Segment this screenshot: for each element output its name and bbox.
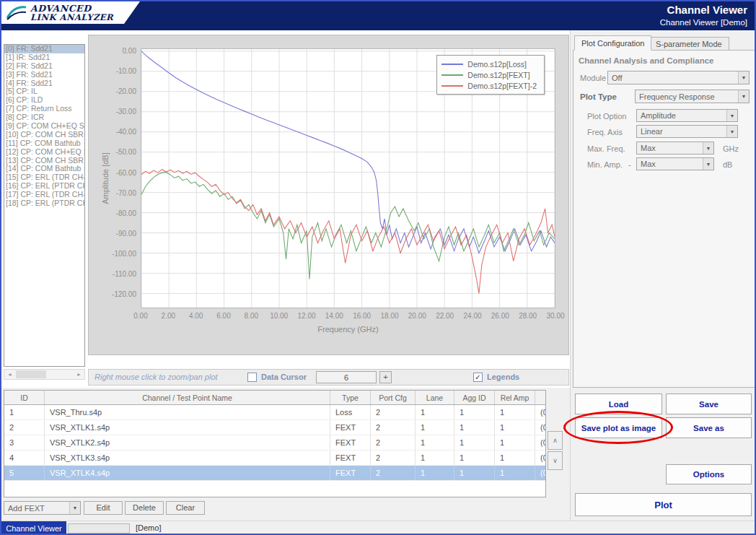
column-header[interactable]: [535, 391, 546, 404]
channel-list-item[interactable]: [4] FR: Sdd21: [4, 79, 84, 88]
channel-list-item[interactable]: [9] CP: COM CH+EQ SB: [4, 122, 84, 131]
channel-list-scrollbar[interactable]: ◄ ►: [4, 369, 85, 380]
table-cell: 1: [454, 405, 495, 419]
freq-axis-select[interactable]: Linear ▼: [636, 125, 738, 138]
channel-list-item[interactable]: [16] CP: ERL (PTDR CH: [4, 182, 84, 191]
channel-list-item[interactable]: [6] CP: ILD: [4, 96, 84, 105]
table-cell: (0: [535, 451, 546, 465]
column-header[interactable]: Channel / Test Point Name: [45, 391, 330, 404]
min-amp-unit: dB: [723, 160, 732, 169]
x-tick-label: 10.00: [270, 312, 288, 320]
table-cell: 1: [454, 420, 495, 435]
scrollbar-thumb[interactable]: [16, 370, 46, 378]
column-header[interactable]: Agg ID: [454, 391, 495, 404]
table-row[interactable]: 3VSR_XTLK2.s4pFEXT2111(0: [4, 435, 545, 451]
table-cell: FEXT: [330, 466, 371, 480]
channel-list-item[interactable]: [0] FR: Sdd21: [4, 45, 84, 53]
chart-legend: Demo.s12p[Loss]Demo.s12p[FEXT]Demo.s12p[…: [436, 55, 545, 95]
status-demo-label: [Demo]: [136, 523, 161, 532]
move-row-down-button[interactable]: ∨: [548, 451, 563, 470]
plot-area[interactable]: Demo.s12p[Loss]Demo.s12p[FEXT]Demo.s12p[…: [141, 48, 555, 308]
channel-list-item[interactable]: [10] CP: COM CH SBR: [4, 131, 84, 139]
y-tick-label: -50.00: [116, 148, 136, 156]
chevron-down-icon: ▼: [738, 71, 749, 84]
column-header[interactable]: Type: [330, 391, 371, 404]
save-as-button[interactable]: Save as: [666, 417, 752, 438]
channel-list-item[interactable]: [15] CP: ERL (TDR CH-: [4, 173, 84, 182]
table-cell: 3: [4, 435, 45, 450]
max-freq-select[interactable]: Max ▼: [636, 142, 714, 155]
scroll-right-icon[interactable]: ►: [74, 370, 84, 379]
column-header[interactable]: Rel Amp: [495, 391, 535, 404]
clear-button[interactable]: Clear: [166, 501, 205, 515]
freq-axis-label: Freq. Axis: [587, 128, 623, 136]
channel-list-item[interactable]: [8] CP: ICR: [4, 113, 84, 122]
channel-list-item[interactable]: [13] CP: COM CH SBR: [4, 157, 84, 165]
module-select[interactable]: Off ▼: [607, 71, 750, 84]
plot-option-select[interactable]: Amplitude ▼: [636, 109, 738, 122]
plot-option-select-value: Amplitude: [637, 111, 726, 120]
x-tick-label: 22.00: [436, 312, 454, 320]
x-tick-label: 12.00: [297, 312, 315, 320]
channel-list-item[interactable]: [5] CP: IL: [4, 87, 84, 96]
min-amp-select[interactable]: Max ▼: [636, 157, 714, 170]
plot-button[interactable]: Plot: [575, 493, 752, 516]
x-tick-label: 20.00: [408, 312, 426, 320]
edit-button[interactable]: Edit: [84, 501, 123, 515]
delete-button[interactable]: Delete: [125, 501, 164, 515]
channel-list-item[interactable]: [7] CP: Return Loss: [4, 105, 84, 113]
data-cursor-checkbox[interactable]: [247, 373, 257, 382]
save-plot-as-image-button[interactable]: Save plot as image: [575, 417, 662, 438]
channel-list[interactable]: [0] FR: Sdd21[1] IR: Sdd21[2] FR: Sdd21[…: [4, 44, 85, 367]
table-row[interactable]: 4VSR_XTLK3.s4pFEXT2111(0: [4, 451, 545, 466]
table-row[interactable]: 5VSR_XTLK4.s4pFEXT2111(0: [4, 466, 545, 481]
x-tick-labels: 0.002.004.006.008.0010.0012.0014.0016.00…: [141, 312, 555, 321]
module-select-value: Off: [608, 74, 738, 82]
column-header[interactable]: Port Cfg: [371, 391, 416, 404]
legend-label: Demo.s12p[FEXT]: [467, 71, 529, 79]
chevron-down-icon: ▼: [726, 126, 737, 137]
channel-list-item[interactable]: [11] CP: COM Bathtub: [4, 139, 84, 148]
channel-list-item[interactable]: [2] FR: Sdd21: [4, 62, 84, 71]
legends-checkbox[interactable]: ✓: [473, 373, 483, 382]
compliance-section-title: Channel Analysis and Compliance: [579, 56, 713, 65]
add-fext-select[interactable]: Add FEXT ▼: [4, 501, 81, 515]
column-header[interactable]: ID: [4, 391, 45, 404]
scroll-left-icon[interactable]: ◄: [4, 370, 15, 379]
channel-list-item[interactable]: [17] CP: ERL (TDR CH-: [4, 191, 84, 199]
x-tick-label: 2.00: [162, 312, 175, 320]
plot-type-select[interactable]: Frequency Response ▼: [635, 90, 750, 103]
table-cell: 1: [495, 435, 535, 450]
table-cell: VSR_XTLK4.s4p: [45, 466, 330, 480]
channel-table: IDChannel / Test Point NameTypePort CfgL…: [4, 390, 546, 497]
table-cell: 2: [4, 420, 45, 435]
app-window: ADVANCED LINK ANALYZER Channel Viewer Ch…: [0, 0, 756, 535]
channel-list-item[interactable]: [18] CP: ERL (PTDR CH: [4, 199, 84, 208]
chevron-down-icon: ▼: [738, 90, 749, 103]
table-row[interactable]: 1VSR_Thru.s4pLoss2111(0: [4, 405, 545, 420]
cursor-count-input[interactable]: [316, 371, 377, 383]
legends-label: Legends: [487, 373, 519, 381]
channel-list-item[interactable]: [12] CP: COM CH+EQ S: [4, 148, 84, 157]
channel-list-item[interactable]: [1] IR: Sdd21: [4, 53, 84, 62]
channel-list-item[interactable]: [14] CP: COM Bathtub: [4, 165, 84, 173]
tab-plot-configuration[interactable]: Plot Configuration: [574, 35, 651, 51]
table-cell: VSR_XTLK2.s4p: [45, 435, 330, 450]
legend-line-sample: [441, 85, 463, 87]
cursor-plus-button[interactable]: +: [379, 371, 392, 383]
save-button[interactable]: Save: [666, 393, 752, 414]
table-cell: VSR_XTLK3.s4p: [45, 451, 330, 465]
table-row[interactable]: 2VSR_XTLK1.s4pFEXT2111(0: [4, 420, 545, 435]
table-cell: 1: [454, 451, 495, 465]
channel-list-item[interactable]: [3] FR: Sdd21: [4, 71, 84, 79]
x-tick-label: 24.00: [463, 312, 481, 320]
min-amp-prefix: -: [628, 160, 631, 169]
load-button[interactable]: Load: [575, 393, 662, 414]
plot-type-select-value: Frequency Response: [636, 92, 738, 101]
move-row-up-button[interactable]: ∧: [548, 431, 563, 450]
options-button[interactable]: Options: [666, 464, 752, 484]
tab-s-parameter-mode[interactable]: S-parameter Mode: [649, 37, 729, 51]
plot-type-label: Plot Type: [580, 92, 617, 101]
table-cell: FEXT: [330, 420, 371, 435]
column-header[interactable]: Lane: [416, 391, 454, 404]
